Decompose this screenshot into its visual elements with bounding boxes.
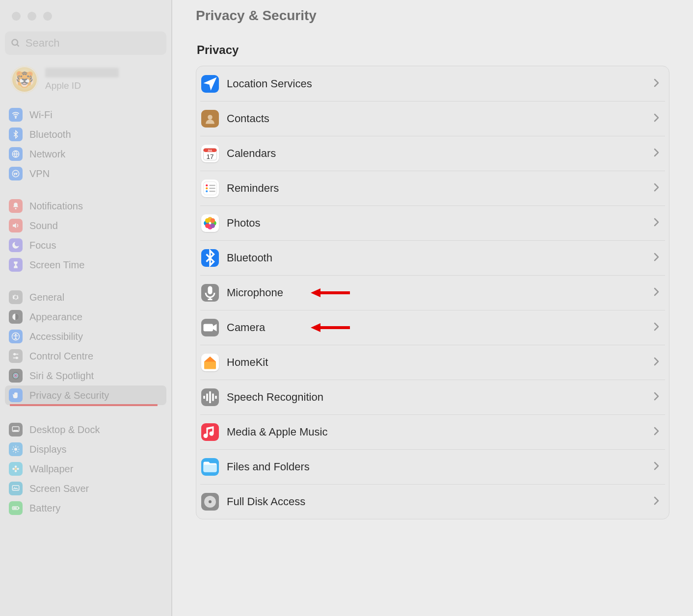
svg-point-45 xyxy=(206,190,208,192)
screensaver-icon xyxy=(9,482,23,495)
sidebar-item-label: VPN xyxy=(29,168,50,180)
privacy-row-calendars[interactable]: JUL17Calendars xyxy=(200,136,665,171)
svg-point-28 xyxy=(15,465,17,468)
calendar-icon: JUL17 xyxy=(201,145,219,162)
sidebar-item-network[interactable]: Network xyxy=(5,144,166,164)
privacy-row-homekit[interactable]: HomeKit xyxy=(200,345,665,380)
sidebar-item-wallpaper[interactable]: Wallpaper xyxy=(5,459,166,479)
privacy-row-photos[interactable]: Photos xyxy=(200,205,665,240)
privacy-row-label: Bluetooth xyxy=(227,252,653,264)
privacy-row-camera[interactable]: Camera xyxy=(200,310,665,345)
svg-point-53 xyxy=(210,218,215,223)
sidebar-item-privacy-security[interactable]: Privacy & Security xyxy=(5,385,166,405)
sidebar-item-label: Bluetooth xyxy=(29,129,71,140)
privacy-row-label: Full Disk Access xyxy=(227,495,653,508)
location-icon xyxy=(201,75,219,93)
svg-line-1 xyxy=(17,44,19,46)
privacy-row-location-services[interactable]: Location Services xyxy=(196,66,669,101)
sidebar-item-label: Network xyxy=(29,149,65,160)
sidebar-item-label: Accessibility xyxy=(29,331,83,342)
dock-icon xyxy=(9,423,23,436)
sidebar-item-label: Appearance xyxy=(29,311,82,323)
privacy-row-speech-recognition[interactable]: Speech Recognition xyxy=(200,380,665,414)
sidebar-item-sound[interactable]: Sound xyxy=(5,216,166,235)
sidebar-item-siri-spotlight[interactable]: Siri & Spotlight xyxy=(5,366,166,385)
privacy-row-microphone[interactable]: Microphone xyxy=(200,275,665,310)
sidebar-item-label: Screen Saver xyxy=(29,483,89,494)
account-row[interactable]: 🐯 Apple ID xyxy=(0,65,171,104)
svg-point-27 xyxy=(15,468,17,470)
sidebar-item-notifications[interactable]: Notifications xyxy=(5,196,166,216)
maximize-window-button[interactable] xyxy=(43,12,52,21)
mic-icon xyxy=(201,284,219,302)
sidebar-item-desktop-dock[interactable]: Desktop & Dock xyxy=(5,420,166,439)
contacts-icon xyxy=(201,110,219,128)
sidebar-item-screen-saver[interactable]: Screen Saver xyxy=(5,479,166,498)
sidebar-item-label: General xyxy=(29,292,64,303)
sidebar-item-screen-time[interactable]: Screen Time xyxy=(5,255,166,275)
sidebar-item-label: Sound xyxy=(29,220,58,231)
speaker-icon xyxy=(9,219,23,232)
music-icon xyxy=(201,423,219,441)
annotation-arrow xyxy=(311,287,350,299)
chevron-right-icon xyxy=(653,287,659,298)
svg-line-25 xyxy=(13,451,14,452)
minimize-window-button[interactable] xyxy=(27,12,36,21)
sidebar-item-label: Battery xyxy=(29,503,60,514)
privacy-panel: Location ServicesContactsJUL17CalendarsR… xyxy=(196,66,669,519)
sidebar-item-appearance[interactable]: Appearance xyxy=(5,307,166,327)
page-title: Privacy & Security xyxy=(196,8,669,24)
avatar: 🐯 xyxy=(11,66,38,93)
chevron-right-icon xyxy=(653,78,659,89)
search-input[interactable] xyxy=(26,37,160,50)
privacy-row-full-disk-access[interactable]: Full Disk Access xyxy=(200,484,665,519)
bluetooth-icon xyxy=(9,128,23,141)
close-window-button[interactable] xyxy=(12,12,21,21)
sidebar-item-battery[interactable]: Battery xyxy=(5,498,166,518)
svg-point-55 xyxy=(205,223,210,228)
hourglass-icon xyxy=(9,258,23,272)
svg-point-31 xyxy=(17,468,19,470)
privacy-row-media-apple-music[interactable]: Media & Apple Music xyxy=(200,414,665,449)
svg-point-29 xyxy=(15,470,17,472)
svg-rect-35 xyxy=(13,508,17,509)
camera-icon xyxy=(201,319,219,336)
svg-marker-72 xyxy=(311,323,320,332)
sidebar-item-vpn[interactable]: VPN xyxy=(5,164,166,183)
sidebar-item-label: Siri & Spotlight xyxy=(29,370,94,382)
svg-point-43 xyxy=(206,184,208,186)
sidebar-item-label: Displays xyxy=(29,444,67,455)
svg-point-5 xyxy=(15,208,17,209)
gear-icon xyxy=(9,290,23,304)
privacy-row-label: Reminders xyxy=(227,182,653,195)
sidebar-item-bluetooth[interactable]: Bluetooth xyxy=(5,125,166,144)
annotation-underline xyxy=(10,404,158,406)
search-field[interactable] xyxy=(5,31,166,55)
privacy-row-files-folders[interactable]: Files and Folders xyxy=(200,449,665,484)
privacy-row-reminders[interactable]: Reminders xyxy=(200,171,665,205)
chevron-right-icon xyxy=(653,322,659,333)
privacy-row-label: HomeKit xyxy=(227,356,653,369)
svg-point-8 xyxy=(15,334,16,335)
svg-text:17: 17 xyxy=(206,153,213,160)
privacy-row-label: Camera xyxy=(227,321,653,334)
folder-icon xyxy=(201,458,219,476)
privacy-row-label: Contacts xyxy=(227,112,653,125)
sidebar-item-wifi[interactable]: Wi-Fi xyxy=(5,105,166,125)
privacy-row-contacts[interactable]: Contacts xyxy=(200,101,665,136)
sidebar-item-accessibility[interactable]: Accessibility xyxy=(5,327,166,346)
chevron-right-icon xyxy=(653,148,659,159)
svg-rect-57 xyxy=(208,286,213,295)
chevron-right-icon xyxy=(653,462,659,472)
sidebar-item-focus[interactable]: Focus xyxy=(5,235,166,255)
wifi-icon xyxy=(9,108,23,122)
sidebar-item-displays[interactable]: Displays xyxy=(5,439,166,459)
sidebar: 🐯 Apple ID Wi-FiBluetoothNetworkVPNNotif… xyxy=(0,0,171,616)
sliders-icon xyxy=(9,349,23,363)
hand-icon xyxy=(9,388,23,402)
sidebar-item-general[interactable]: General xyxy=(5,287,166,307)
privacy-row-bluetooth[interactable]: Bluetooth xyxy=(200,240,665,275)
account-name-redacted xyxy=(45,68,119,77)
sidebar-item-control-centre[interactable]: Control Centre xyxy=(5,346,166,366)
main-content: Privacy & Security Privacy Location Serv… xyxy=(172,0,693,616)
